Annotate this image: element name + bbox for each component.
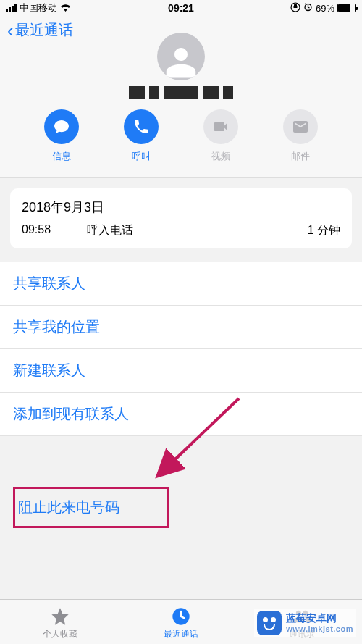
video-button: 视频 — [192, 109, 250, 163]
tab-recents-label: 最近通话 — [164, 628, 198, 640]
carrier-label: 中国移动 — [20, 1, 57, 14]
call-log-card: 2018年9月3日 09:58 呼入电话 1 分钟 — [10, 188, 352, 248]
status-right: 69% — [290, 2, 356, 14]
call-row: 09:58 呼入电话 1 分钟 — [22, 223, 340, 238]
alarm-icon — [303, 2, 313, 14]
watermark: 蓝莓安卓网 www.lmkjst.com — [254, 609, 356, 637]
message-icon — [44, 109, 79, 144]
tab-recents[interactable]: 最近通话 — [141, 606, 221, 640]
call-time: 09:58 — [22, 223, 87, 238]
video-label: 视频 — [211, 150, 230, 163]
call-button[interactable]: 呼叫 — [112, 109, 170, 163]
block-section: 阻止此来电号码 — [0, 487, 362, 528]
mail-button: 邮件 — [272, 109, 329, 163]
wifi-icon — [60, 3, 71, 14]
back-label: 最近通话 — [15, 20, 73, 40]
battery-icon — [337, 4, 356, 12]
tab-favorites-label: 个人收藏 — [43, 628, 77, 640]
phone-icon — [124, 109, 159, 144]
watermark-sub: www.lmkjst.com — [286, 624, 353, 633]
clock-icon — [171, 606, 191, 627]
call-date: 2018年9月3日 — [22, 198, 340, 216]
call-type: 呼入电话 — [87, 223, 308, 238]
battery-pct: 69% — [316, 3, 334, 14]
content-area: 2018年9月3日 09:58 呼入电话 1 分钟 共享联系人 共享我的位置 新… — [0, 188, 362, 528]
signal-icon — [6, 4, 17, 12]
chevron-left-icon: ‹ — [7, 21, 14, 40]
add-existing-contact-button[interactable]: 添加到现有联系人 — [0, 393, 362, 436]
tab-favorites[interactable]: 个人收藏 — [20, 606, 100, 640]
call-duration: 1 分钟 — [308, 223, 340, 238]
watermark-logo — [257, 611, 282, 635]
block-caller-button[interactable]: 阻止此来电号码 — [13, 487, 169, 528]
avatar — [157, 33, 205, 80]
status-left: 中国移动 — [6, 1, 71, 14]
video-icon — [203, 109, 238, 144]
status-bar: 中国移动 09:21 69% — [0, 0, 362, 16]
orientation-lock-icon — [290, 2, 300, 14]
share-contact-button[interactable]: 共享联系人 — [0, 262, 362, 306]
star-icon — [50, 606, 70, 627]
contact-name — [7, 86, 355, 99]
status-time: 09:21 — [168, 2, 194, 14]
action-row: 信息 呼叫 视频 邮件 — [7, 109, 355, 163]
new-contact-button[interactable]: 新建联系人 — [0, 349, 362, 393]
nav-header: ‹ 最近通话 信息 呼叫 视频 邮 — [0, 16, 362, 178]
mail-icon — [283, 109, 318, 144]
watermark-title: 蓝莓安卓网 — [286, 613, 353, 624]
mail-label: 邮件 — [291, 150, 310, 163]
option-list: 共享联系人 共享我的位置 新建联系人 添加到现有联系人 — [0, 262, 362, 436]
message-label: 信息 — [52, 150, 71, 163]
share-location-button[interactable]: 共享我的位置 — [0, 306, 362, 349]
message-button[interactable]: 信息 — [33, 109, 90, 163]
call-label: 呼叫 — [132, 150, 151, 163]
